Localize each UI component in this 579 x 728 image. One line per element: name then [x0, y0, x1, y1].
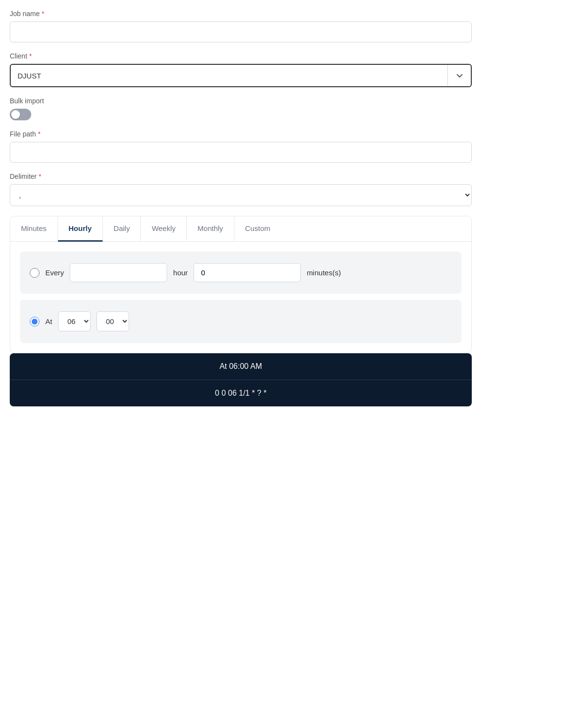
- summary-bar: At 06:00 AM: [10, 353, 472, 380]
- delimiter-required: *: [39, 172, 41, 180]
- job-name-label: Job name *: [10, 10, 472, 18]
- client-section: Client *: [10, 52, 472, 87]
- client-input[interactable]: [11, 66, 447, 86]
- tab-monthly[interactable]: Monthly: [187, 216, 234, 241]
- job-name-section: Job name *: [10, 10, 472, 42]
- client-select-wrapper: [10, 64, 472, 87]
- file-path-input[interactable]: [10, 142, 472, 163]
- delimiter-select[interactable]: , ; | Tab: [10, 184, 472, 206]
- client-dropdown-arrow[interactable]: [447, 65, 471, 86]
- bulk-import-toggle[interactable]: [10, 109, 31, 120]
- scheduler-tabs: Minutes Hourly Daily Weekly Monthly Cust…: [10, 216, 471, 242]
- toggle-slider: [10, 109, 31, 120]
- file-path-section: File path *: [10, 130, 472, 163]
- hour-select[interactable]: 06 07 08 09 10 11 12 13 14 15 16 17 18 1…: [58, 311, 91, 331]
- tab-hourly[interactable]: Hourly: [58, 216, 103, 242]
- at-row: At 06 07 08 09 10 11 12 13 14 15 16 17 1…: [30, 311, 129, 331]
- minute-select[interactable]: 00 05 10 15 20 25 30 35 40 45 50 55: [96, 311, 129, 331]
- at-radio[interactable]: [30, 317, 39, 326]
- every-row: Every hour minutes(s): [30, 263, 341, 282]
- cron-bar: 0 0 06 1/1 * ? *: [10, 380, 472, 406]
- bulk-import-section: Bulk import: [10, 97, 472, 120]
- job-name-input[interactable]: [10, 21, 472, 42]
- bulk-import-toggle-wrapper: [10, 109, 472, 120]
- client-label: Client *: [10, 52, 472, 60]
- tab-content-hourly: Every hour minutes(s) At 06 07 08 09 10 …: [10, 242, 471, 353]
- every-hours-input[interactable]: [70, 263, 167, 282]
- every-radio[interactable]: [30, 268, 39, 278]
- scheduler-card: Minutes Hourly Daily Weekly Monthly Cust…: [10, 216, 472, 353]
- delimiter-section: Delimiter * , ; | Tab: [10, 172, 472, 206]
- job-name-required: *: [41, 10, 44, 18]
- at-option-box: At 06 07 08 09 10 11 12 13 14 15 16 17 1…: [20, 300, 462, 343]
- tab-daily[interactable]: Daily: [103, 216, 141, 241]
- every-option-box: Every hour minutes(s): [20, 251, 462, 294]
- tab-minutes[interactable]: Minutes: [10, 216, 58, 241]
- bottom-bars: At 06:00 AM 0 0 06 1/1 * ? *: [10, 353, 472, 406]
- file-path-label: File path *: [10, 130, 472, 138]
- bulk-import-label: Bulk import: [10, 97, 472, 105]
- file-path-required: *: [38, 130, 40, 138]
- tab-custom[interactable]: Custom: [234, 216, 281, 241]
- client-required: *: [29, 52, 32, 60]
- minutes-offset-input[interactable]: [193, 263, 301, 282]
- tab-weekly[interactable]: Weekly: [141, 216, 187, 241]
- delimiter-label: Delimiter *: [10, 172, 472, 180]
